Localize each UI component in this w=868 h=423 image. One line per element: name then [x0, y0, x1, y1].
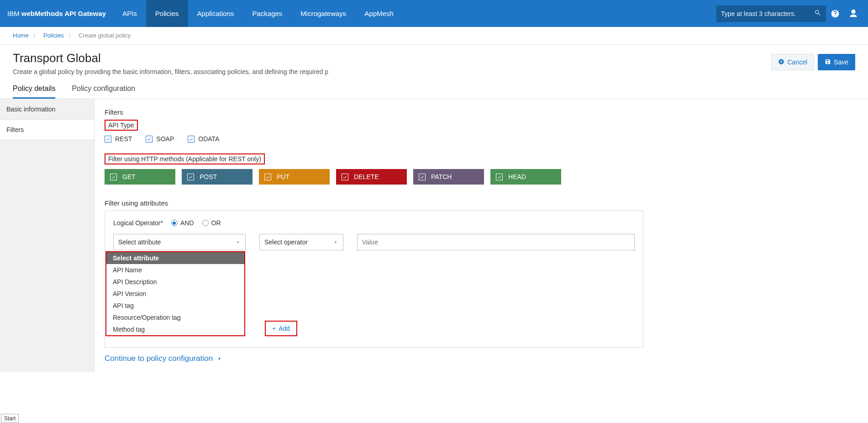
- http-label: HEAD: [508, 173, 526, 180]
- cancel-label: Cancel: [787, 58, 807, 66]
- cancel-icon: [778, 58, 784, 66]
- save-icon: [825, 58, 831, 66]
- continue-label: Continue to policy configuration: [105, 354, 213, 363]
- save-button[interactable]: Save: [818, 54, 855, 70]
- checkbox-label: SOAP: [156, 135, 174, 143]
- select-value: Select attribute: [118, 238, 161, 246]
- check-icon: [187, 174, 194, 180]
- search-input[interactable]: [721, 10, 811, 17]
- main-panel: Filters API Type REST SOAP ODATA Filter …: [95, 99, 868, 372]
- checkbox-odata[interactable]: ODATA: [188, 135, 219, 143]
- http-post[interactable]: POST: [182, 169, 253, 185]
- brand-prefix: IBM: [7, 10, 21, 17]
- http-label: PUT: [277, 173, 289, 180]
- tab-policy-details[interactable]: Policy details: [13, 85, 55, 99]
- radio-or[interactable]: OR: [202, 219, 221, 227]
- nav-apis[interactable]: APIs: [113, 0, 146, 27]
- crumb-sep-icon: 〉: [33, 32, 39, 39]
- select-value: Select operator: [264, 238, 308, 246]
- dropdown-option[interactable]: Resource/Operation tag: [106, 312, 244, 323]
- checkbox-rest[interactable]: REST: [105, 135, 132, 143]
- dropdown-option[interactable]: API tag: [106, 300, 244, 312]
- dropdown-option[interactable]: API Name: [106, 264, 244, 276]
- nav-appmesh[interactable]: AppMesh: [355, 0, 402, 27]
- crumb-home[interactable]: Home: [13, 32, 29, 39]
- side-nav: Basic information Filters: [0, 99, 95, 372]
- http-delete[interactable]: DELETE: [336, 169, 407, 185]
- radio-and[interactable]: AND: [171, 219, 194, 227]
- side-basic-information[interactable]: Basic information: [0, 99, 94, 119]
- continue-link[interactable]: Continue to policy configuration: [105, 354, 223, 363]
- http-label: POST: [200, 173, 217, 180]
- radio-label: OR: [211, 219, 221, 227]
- api-type-label: API Type: [105, 120, 138, 131]
- select-attribute[interactable]: Select attribute: [113, 234, 246, 250]
- chevron-right-icon: [216, 355, 223, 362]
- add-button[interactable]: + Add: [265, 321, 297, 336]
- dropdown-option[interactable]: Select attribute: [106, 252, 244, 264]
- crumb-sep-icon: 〉: [68, 32, 74, 39]
- check-icon: [264, 174, 271, 180]
- primary-nav: APIs Policies Applications Packages Micr…: [113, 0, 403, 27]
- api-type-row: REST SOAP ODATA: [105, 135, 858, 143]
- http-get[interactable]: GET: [105, 169, 175, 185]
- http-methods-label: Filter using HTTP methods (Applicable fo…: [105, 153, 265, 164]
- check-icon: [105, 136, 111, 143]
- page-header: Transport Global Create a global policy …: [0, 45, 868, 75]
- dropdown-option[interactable]: API Description: [106, 276, 244, 288]
- page-description: Create a global policy by providing the …: [13, 68, 342, 75]
- http-head[interactable]: HEAD: [490, 169, 561, 185]
- add-label: Add: [279, 325, 290, 332]
- attribute-condition-row: Select attribute Select operator: [113, 234, 635, 250]
- nav-applications[interactable]: Applications: [188, 0, 243, 27]
- checkbox-label: ODATA: [198, 135, 219, 143]
- logical-operator-row: Logical Operator* AND OR: [113, 219, 635, 227]
- http-patch[interactable]: PATCH: [413, 169, 484, 185]
- check-icon: [146, 136, 153, 143]
- http-label: DELETE: [354, 173, 379, 180]
- value-input[interactable]: [357, 234, 635, 250]
- check-icon: [496, 174, 503, 180]
- global-search[interactable]: [716, 5, 826, 22]
- product-logo: IBM webMethods API Gateway: [5, 10, 113, 17]
- page-title: Transport Global: [13, 51, 771, 65]
- brand-name: webMethods API Gateway: [21, 10, 106, 17]
- nav-policies[interactable]: Policies: [146, 0, 188, 27]
- help-icon[interactable]: [826, 9, 844, 18]
- check-icon: [188, 136, 195, 143]
- detail-tabs: Policy details Policy configuration: [0, 75, 868, 99]
- checkbox-label: REST: [115, 135, 132, 143]
- nav-microgateways[interactable]: Microgateways: [291, 0, 355, 27]
- crumb-current: Create global policy: [79, 32, 131, 39]
- http-label: GET: [122, 173, 136, 180]
- search-icon: [814, 9, 821, 18]
- checkbox-soap[interactable]: SOAP: [146, 135, 174, 143]
- top-navbar: IBM webMethods API Gateway APIs Policies…: [0, 0, 868, 27]
- save-label: Save: [834, 58, 848, 66]
- attribute-dropdown: Select attribute API Name API Descriptio…: [105, 251, 245, 336]
- radio-icon: [202, 220, 209, 226]
- tab-policy-configuration[interactable]: Policy configuration: [72, 85, 135, 99]
- content-area: Basic information Filters Filters API Ty…: [0, 99, 868, 372]
- dropdown-option[interactable]: API Version: [106, 288, 244, 300]
- check-icon: [342, 174, 348, 180]
- cancel-button[interactable]: Cancel: [771, 54, 814, 70]
- dropdown-option[interactable]: Method tag: [106, 323, 244, 335]
- side-filters[interactable]: Filters: [0, 119, 94, 140]
- http-put[interactable]: PUT: [259, 169, 330, 185]
- chevron-down-icon: [235, 239, 241, 245]
- breadcrumb: Home 〉 Policies 〉 Create global policy: [0, 27, 868, 45]
- attribute-filter-card: Logical Operator* AND OR Select attribut…: [105, 211, 643, 348]
- select-operator[interactable]: Select operator: [259, 234, 343, 250]
- crumb-policies[interactable]: Policies: [43, 32, 64, 39]
- user-icon[interactable]: [844, 9, 863, 19]
- chevron-down-icon: [333, 239, 338, 245]
- http-label: PATCH: [431, 173, 452, 180]
- check-icon: [110, 174, 117, 180]
- nav-packages[interactable]: Packages: [243, 0, 291, 27]
- logical-operator-label: Logical Operator*: [113, 219, 163, 227]
- check-icon: [419, 174, 426, 180]
- filter-attributes-heading: Filter using attributes: [105, 199, 858, 207]
- plus-icon: +: [272, 325, 276, 332]
- http-method-row: GET POST PUT DELETE PATCH HEAD: [105, 169, 858, 185]
